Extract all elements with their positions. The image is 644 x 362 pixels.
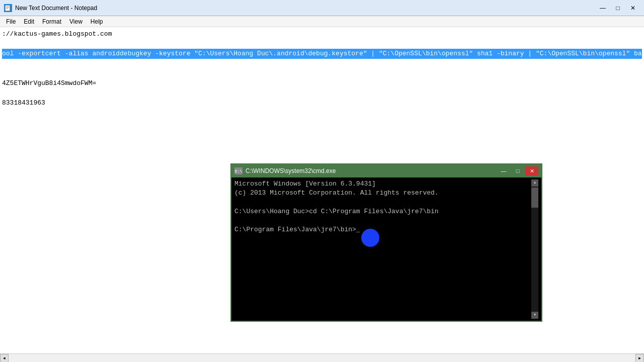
menu-view[interactable]: View bbox=[65, 17, 87, 26]
cmd-close-button[interactable]: ✕ bbox=[525, 166, 538, 175]
notepad-line1: ://kactus-games.blogspot.com bbox=[2, 30, 112, 38]
cmd-app-icon: C:\ bbox=[234, 167, 243, 174]
notepad-window-controls: — □ ✕ bbox=[596, 3, 640, 13]
scrollbar-track[interactable] bbox=[9, 354, 635, 362]
notepad-title-text: New Text Document - Notepad bbox=[15, 5, 97, 12]
notepad-close-button[interactable]: ✕ bbox=[626, 3, 640, 13]
notepad-line6 bbox=[2, 89, 6, 97]
notepad-maximize-button[interactable]: □ bbox=[611, 3, 625, 13]
cmd-vertical-scrollbar[interactable]: ▲ ▼ bbox=[531, 179, 538, 319]
cmd-line6: C:\Program Files\Java\jre7\bin>_ bbox=[234, 226, 360, 233]
menu-format[interactable]: Format bbox=[38, 17, 65, 26]
cmd-line1: Microsoft Windows [Version 6.3.9431] bbox=[234, 180, 376, 188]
notepad-horizontal-scrollbar[interactable]: ◄ ► bbox=[0, 353, 644, 362]
cmd-maximize-button[interactable]: □ bbox=[511, 166, 524, 175]
cmd-line4: C:\Users\Hoang Duc>cd C:\Program Files\J… bbox=[234, 208, 439, 215]
cmd-text: Microsoft Windows [Version 6.3.9431] (c)… bbox=[234, 179, 531, 319]
cmd-line2: (c) 2013 Microsoft Corporation. All righ… bbox=[234, 189, 439, 197]
notepad-line5: 4Z5ETWHrVguB8i4SmwdoFWM= bbox=[2, 79, 96, 87]
cmd-minimize-button[interactable]: — bbox=[497, 166, 510, 175]
notepad-line2 bbox=[2, 40, 6, 48]
notepad-line4 bbox=[2, 69, 6, 77]
notepad-line3-highlighted: ool -exportcert -alias androiddebugkey -… bbox=[2, 49, 642, 59]
cmd-window-controls: — □ ✕ bbox=[497, 166, 538, 175]
cmd-scroll-track[interactable] bbox=[531, 187, 538, 312]
cmd-window: C:\ C:\WINDOWS\system32\cmd.exe — □ ✕ Mi… bbox=[230, 163, 542, 322]
scrollbar-right-arrow[interactable]: ► bbox=[635, 354, 644, 363]
menu-edit[interactable]: Edit bbox=[20, 17, 38, 26]
cmd-line3 bbox=[234, 198, 238, 206]
scrollbar-left-arrow[interactable]: ◄ bbox=[0, 354, 9, 363]
cmd-scroll-up[interactable]: ▲ bbox=[531, 179, 538, 187]
menu-help[interactable]: Help bbox=[87, 17, 107, 26]
cmd-line5 bbox=[234, 217, 238, 224]
cmd-scroll-down[interactable]: ▼ bbox=[531, 312, 538, 319]
cmd-scroll-thumb[interactable] bbox=[531, 188, 538, 208]
svg-rect-0 bbox=[5, 5, 10, 11]
notepad-app-icon bbox=[4, 4, 12, 12]
notepad-minimize-button[interactable]: — bbox=[596, 3, 610, 13]
notepad-title-area: New Text Document - Notepad bbox=[4, 4, 97, 12]
menu-file[interactable]: File bbox=[2, 17, 20, 26]
cmd-title-area: C:\ C:\WINDOWS\system32\cmd.exe bbox=[234, 167, 336, 174]
notepad-titlebar: New Text Document - Notepad — □ ✕ bbox=[0, 0, 644, 16]
notepad-menubar: File Edit Format View Help bbox=[0, 16, 644, 27]
notepad-line7: 83318431963 bbox=[2, 99, 45, 107]
cmd-titlebar: C:\ C:\WINDOWS\system32\cmd.exe — □ ✕ bbox=[231, 164, 541, 177]
cmd-title-text: C:\WINDOWS\system32\cmd.exe bbox=[246, 167, 336, 174]
cmd-content-area[interactable]: Microsoft Windows [Version 6.3.9431] (c)… bbox=[231, 177, 541, 321]
